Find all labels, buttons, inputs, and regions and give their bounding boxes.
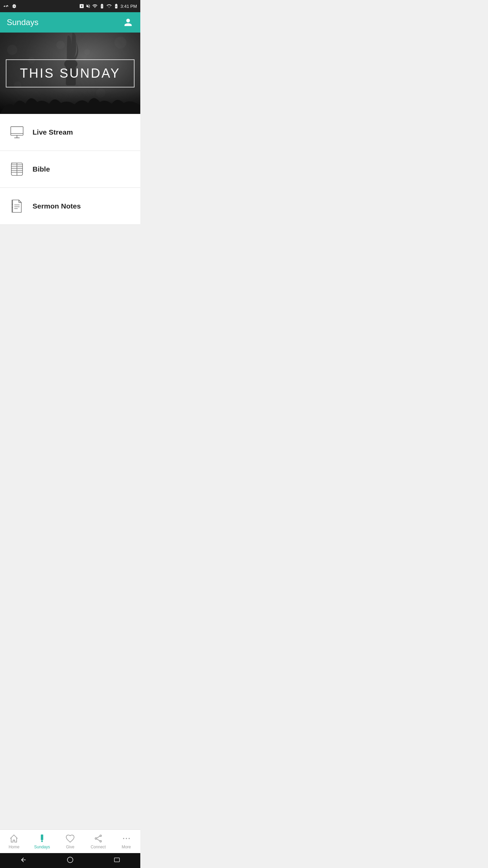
menu-list: Live Stream Bible [0,114,140,225]
sermon-notes-label: Sermon Notes [33,202,81,210]
battery-warning-icon [99,3,105,9]
app-bar: Sundays [0,12,140,33]
bible-label: Bible [33,165,50,173]
menu-item-bible[interactable]: Bible [0,151,140,188]
mute-icon [86,4,90,8]
crowd-silhouette [0,87,140,114]
bokeh-1 [7,45,17,55]
live-stream-label: Live Stream [33,128,73,136]
profile-icon[interactable] [123,17,134,28]
status-bar: 3:41 PM [0,0,140,12]
hero-text-box[interactable]: THIS SUNDAY [6,59,135,87]
svg-rect-2 [11,127,23,136]
app-bar-title: Sundays [7,18,38,27]
nfc-icon [79,4,84,8]
document-icon [8,197,26,215]
usb-icon [3,3,9,9]
signal-icon [106,3,112,9]
monitor-icon [8,123,26,141]
status-icons-right: 3:41 PM [79,3,137,9]
status-icons-left [3,3,17,9]
hero-title: THIS SUNDAY [20,66,121,80]
hero-banner[interactable]: THIS SUNDAY [0,33,140,114]
battery-charging-icon [114,3,119,9]
bokeh-5 [115,37,126,48]
wifi-icon [92,3,98,9]
menu-item-sermon-notes[interactable]: Sermon Notes [0,188,140,225]
status-time: 3:41 PM [121,4,137,9]
debug-icon [12,3,17,9]
menu-item-live-stream[interactable]: Live Stream [0,114,140,151]
bokeh-4 [84,49,90,55]
bible-icon [8,160,26,178]
